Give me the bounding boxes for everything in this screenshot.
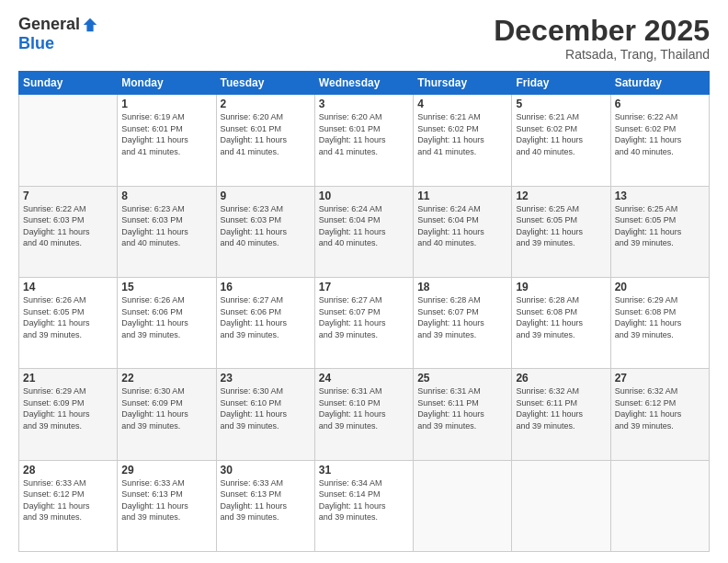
day-number: 30 [221,464,311,477]
day-number: 6 [615,98,705,110]
day-info: Sunrise: 6:19 AMSunset: 6:01 PMDaylight:… [121,111,211,157]
calendar-cell: 6Sunrise: 6:22 AMSunset: 6:02 PMDaylight… [610,95,709,186]
day-info: Sunrise: 6:33 AMSunset: 6:13 PMDaylight:… [121,477,211,523]
day-info: Sunrise: 6:27 AMSunset: 6:07 PMDaylight:… [319,294,409,340]
day-info: Sunrise: 6:34 AMSunset: 6:14 PMDaylight:… [319,477,409,523]
day-number: 16 [221,281,311,293]
day-number: 21 [23,372,113,385]
day-number: 28 [23,464,113,477]
logo-icon [82,17,98,33]
day-info: Sunrise: 6:29 AMSunset: 6:09 PMDaylight:… [23,385,113,431]
calendar-cell [610,460,709,551]
weekday-header-friday: Friday [512,72,610,95]
calendar-cell [512,460,610,551]
day-number: 19 [516,281,606,293]
day-info: Sunrise: 6:20 AMSunset: 6:01 PMDaylight:… [319,111,409,157]
calendar-cell: 1Sunrise: 6:19 AMSunset: 6:01 PMDaylight… [118,95,216,186]
day-number: 13 [615,190,705,202]
weekday-header-wednesday: Wednesday [314,72,413,95]
title-block: December 2025 Ratsada, Trang, Thailand [494,15,710,62]
calendar-cell: 24Sunrise: 6:31 AMSunset: 6:10 PMDayligh… [314,369,413,460]
day-number: 25 [417,372,507,385]
header: General Blue December 2025 Ratsada, Tran… [18,15,710,62]
calendar-cell: 14Sunrise: 6:26 AMSunset: 6:05 PMDayligh… [19,277,118,368]
calendar-cell: 10Sunrise: 6:24 AMSunset: 6:04 PMDayligh… [314,186,413,277]
weekday-header-monday: Monday [118,72,216,95]
calendar-cell: 17Sunrise: 6:27 AMSunset: 6:07 PMDayligh… [314,277,413,368]
day-info: Sunrise: 6:22 AMSunset: 6:02 PMDaylight:… [615,111,705,157]
day-number: 10 [319,190,409,202]
day-info: Sunrise: 6:23 AMSunset: 6:03 PMDaylight:… [221,203,311,249]
calendar-cell: 28Sunrise: 6:33 AMSunset: 6:12 PMDayligh… [19,460,118,551]
calendar-cell: 21Sunrise: 6:29 AMSunset: 6:09 PMDayligh… [19,369,118,460]
day-info: Sunrise: 6:23 AMSunset: 6:03 PMDaylight:… [121,203,211,249]
day-info: Sunrise: 6:31 AMSunset: 6:11 PMDaylight:… [417,385,507,431]
day-info: Sunrise: 6:30 AMSunset: 6:09 PMDaylight:… [121,385,211,431]
day-number: 20 [615,281,705,293]
logo-general: General [18,15,80,34]
calendar-cell: 20Sunrise: 6:29 AMSunset: 6:08 PMDayligh… [610,277,709,368]
day-info: Sunrise: 6:20 AMSunset: 6:01 PMDaylight:… [221,111,311,157]
calendar-cell: 29Sunrise: 6:33 AMSunset: 6:13 PMDayligh… [118,460,216,551]
calendar-week-row: 14Sunrise: 6:26 AMSunset: 6:05 PMDayligh… [19,277,710,368]
day-info: Sunrise: 6:25 AMSunset: 6:05 PMDaylight:… [615,203,705,249]
calendar-cell: 13Sunrise: 6:25 AMSunset: 6:05 PMDayligh… [610,186,709,277]
day-number: 15 [121,281,211,293]
day-info: Sunrise: 6:33 AMSunset: 6:12 PMDaylight:… [23,477,113,523]
calendar-cell: 16Sunrise: 6:27 AMSunset: 6:06 PMDayligh… [216,277,314,368]
day-number: 8 [121,190,211,202]
day-number: 2 [221,98,311,110]
calendar-week-row: 21Sunrise: 6:29 AMSunset: 6:09 PMDayligh… [19,369,710,460]
day-info: Sunrise: 6:32 AMSunset: 6:11 PMDaylight:… [516,385,606,431]
calendar-cell: 23Sunrise: 6:30 AMSunset: 6:10 PMDayligh… [216,369,314,460]
calendar-cell: 4Sunrise: 6:21 AMSunset: 6:02 PMDaylight… [414,95,512,186]
day-number: 31 [319,464,409,477]
calendar-cell: 26Sunrise: 6:32 AMSunset: 6:11 PMDayligh… [512,369,610,460]
day-info: Sunrise: 6:21 AMSunset: 6:02 PMDaylight:… [417,111,507,157]
day-number: 1 [121,98,211,110]
day-info: Sunrise: 6:32 AMSunset: 6:12 PMDaylight:… [615,385,705,431]
day-number: 29 [121,464,211,477]
svg-marker-0 [84,17,97,30]
weekday-header-tuesday: Tuesday [216,72,314,95]
calendar-cell: 12Sunrise: 6:25 AMSunset: 6:05 PMDayligh… [512,186,610,277]
day-number: 18 [417,281,507,293]
day-number: 12 [516,190,606,202]
day-info: Sunrise: 6:29 AMSunset: 6:08 PMDaylight:… [615,294,705,340]
calendar-cell: 27Sunrise: 6:32 AMSunset: 6:12 PMDayligh… [610,369,709,460]
calendar-table: SundayMondayTuesdayWednesdayThursdayFrid… [18,71,710,552]
day-number: 11 [417,190,507,202]
weekday-header-sunday: Sunday [19,72,118,95]
calendar-cell: 11Sunrise: 6:24 AMSunset: 6:04 PMDayligh… [414,186,512,277]
day-info: Sunrise: 6:33 AMSunset: 6:13 PMDaylight:… [221,477,311,523]
day-info: Sunrise: 6:24 AMSunset: 6:04 PMDaylight:… [417,203,507,249]
page: General Blue December 2025 Ratsada, Tran… [0,0,728,563]
day-number: 5 [516,98,606,110]
logo-blue: Blue [18,34,54,53]
day-info: Sunrise: 6:24 AMSunset: 6:04 PMDaylight:… [319,203,409,249]
calendar-cell: 22Sunrise: 6:30 AMSunset: 6:09 PMDayligh… [118,369,216,460]
calendar-cell: 18Sunrise: 6:28 AMSunset: 6:07 PMDayligh… [414,277,512,368]
calendar-cell: 8Sunrise: 6:23 AMSunset: 6:03 PMDaylight… [118,186,216,277]
day-number: 9 [221,190,311,202]
calendar-cell: 2Sunrise: 6:20 AMSunset: 6:01 PMDaylight… [216,95,314,186]
weekday-header-thursday: Thursday [414,72,512,95]
day-number: 3 [319,98,409,110]
calendar-cell: 30Sunrise: 6:33 AMSunset: 6:13 PMDayligh… [216,460,314,551]
calendar-cell: 9Sunrise: 6:23 AMSunset: 6:03 PMDaylight… [216,186,314,277]
day-number: 17 [319,281,409,293]
day-number: 26 [516,372,606,385]
day-info: Sunrise: 6:26 AMSunset: 6:05 PMDaylight:… [23,294,113,340]
calendar-cell: 31Sunrise: 6:34 AMSunset: 6:14 PMDayligh… [314,460,413,551]
day-info: Sunrise: 6:31 AMSunset: 6:10 PMDaylight:… [319,385,409,431]
calendar-cell: 7Sunrise: 6:22 AMSunset: 6:03 PMDaylight… [19,186,118,277]
day-number: 14 [23,281,113,293]
calendar-cell [414,460,512,551]
day-number: 4 [417,98,507,110]
weekday-header-row: SundayMondayTuesdayWednesdayThursdayFrid… [19,72,710,95]
day-number: 24 [319,372,409,385]
calendar-cell: 15Sunrise: 6:26 AMSunset: 6:06 PMDayligh… [118,277,216,368]
day-info: Sunrise: 6:27 AMSunset: 6:06 PMDaylight:… [221,294,311,340]
day-number: 7 [23,190,113,202]
calendar-week-row: 1Sunrise: 6:19 AMSunset: 6:01 PMDaylight… [19,95,710,186]
